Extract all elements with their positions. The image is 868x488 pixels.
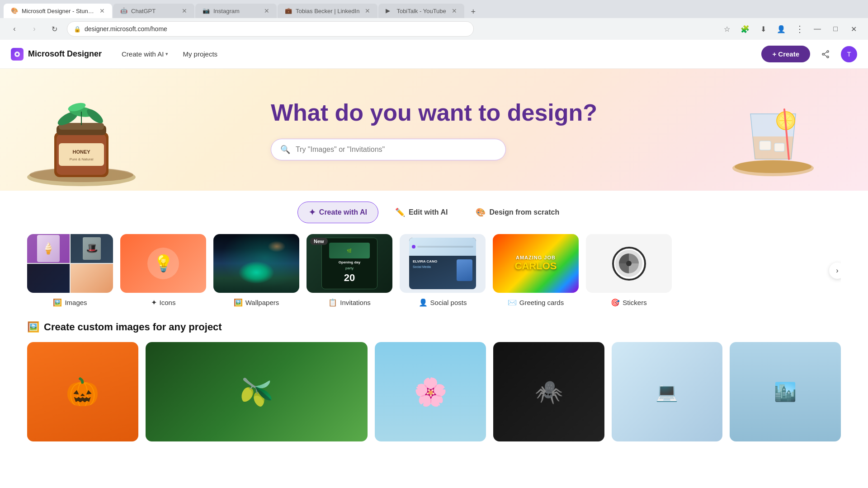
category-stickers-thumbnail [586, 234, 672, 293]
nav-my-projects[interactable]: My projects [177, 47, 223, 61]
tab-favicon-chatgpt: 🤖 [120, 7, 127, 14]
url-bar[interactable]: 🔒 designer.microsoft.com/home [67, 21, 474, 37]
address-bar: ‹ › ↻ 🔒 designer.microsoft.com/home ☆ 🧩 … [0, 18, 868, 40]
category-social-posts-thumbnail: ELVIRA CANO Social Media [400, 234, 486, 293]
navbar-right: + Create T [761, 46, 857, 62]
svg-rect-10 [59, 143, 104, 166]
tab-title-instagram: Instagram [213, 8, 259, 14]
brand-name: Microsoft Designer [28, 49, 102, 59]
address-actions: ☆ 🧩 ⬇ 👤 ⋮ — □ ✕ [720, 22, 861, 36]
nav-create-ai-label: Create with AI [122, 50, 164, 58]
close-window-button[interactable]: ✕ [846, 22, 861, 36]
tab-close-designer[interactable]: ✕ [99, 7, 105, 14]
chevron-down-icon: ▾ [165, 51, 168, 57]
tab-title-chatgpt: ChatGPT [131, 8, 176, 14]
action-tab-create-ai[interactable]: ✦ Create with AI [297, 202, 378, 223]
category-greeting-cards-thumbnail: AMAZING JOB CARLOS [493, 234, 579, 293]
custom-image-halloween[interactable]: 🎃 [27, 342, 138, 441]
sparkle-icon: ✦ [309, 207, 316, 217]
category-greeting-cards[interactable]: AMAZING JOB CARLOS ✉️ Greeting cards [493, 234, 579, 307]
hero-search-input[interactable] [296, 145, 496, 154]
svg-point-32 [626, 261, 632, 266]
category-icons[interactable]: 💡 ✦ Icons [120, 234, 206, 307]
tab-favicon-youtube: ▶ [386, 7, 393, 14]
nav-create-with-ai[interactable]: Create with AI ▾ [116, 47, 174, 61]
tab-favicon-designer: 🎨 [11, 7, 18, 14]
minimize-button[interactable]: — [810, 22, 825, 36]
tab-microsoft-designer[interactable]: 🎨 Microsoft Designer - Stunning... ✕ [4, 4, 112, 18]
navbar: Microsoft Designer Create with AI ▾ My p… [0, 40, 868, 69]
menu-dots-icon[interactable]: ⋮ [792, 22, 807, 36]
category-social-posts-label: 👤 Social posts [419, 298, 467, 307]
action-tabs: ✦ Create with AI ✏️ Edit with AI 🎨 Desig… [0, 191, 868, 234]
new-tab-button[interactable]: + [467, 5, 480, 18]
forward-button[interactable]: › [27, 22, 42, 36]
tab-instagram[interactable]: 📷 Instagram ✕ [195, 4, 277, 18]
invitations-icon: 📋 [328, 298, 337, 307]
browser-chrome: 🎨 Microsoft Designer - Stunning... ✕ 🤖 C… [0, 0, 868, 40]
hero-decoration-right [714, 78, 832, 182]
wallpapers-icon: 🖼️ [234, 298, 243, 307]
tab-youtube[interactable]: ▶ TobiTalk - YouTube ✕ [378, 4, 464, 18]
custom-image-sombrero[interactable]: 🌸 [375, 342, 486, 441]
tab-close-youtube[interactable]: ✕ [452, 7, 457, 14]
extension-icon[interactable]: 🧩 [738, 22, 752, 36]
bookmark-icon[interactable]: ☆ [720, 22, 734, 36]
share-icon[interactable] [817, 46, 834, 62]
maximize-button[interactable]: □ [828, 22, 843, 36]
category-images[interactable]: 🍦 🎩 🖼️ Images [27, 234, 113, 307]
tab-title-linkedin: Tobias Becker | LinkedIn [296, 8, 359, 14]
brand-logo [11, 48, 24, 61]
category-social-posts-text: Social posts [430, 299, 467, 306]
social-posts-icon: 👤 [419, 298, 428, 307]
svg-line-4 [824, 52, 827, 54]
hero-title: What do you want to design? [271, 99, 597, 126]
custom-image-tech[interactable]: 💻 [612, 342, 723, 441]
category-icons-thumbnail: 💡 [120, 234, 206, 293]
create-button[interactable]: + Create [761, 46, 810, 62]
tab-chatgpt[interactable]: 🤖 ChatGPT ✕ [113, 4, 194, 18]
tab-close-instagram[interactable]: ✕ [264, 7, 269, 14]
category-invitations-label: 📋 Invitations [328, 298, 371, 307]
tab-close-linkedin[interactable]: ✕ [365, 7, 370, 14]
category-invitations[interactable]: 🌿 Opening day party 20 New 📋 Invitations [307, 234, 392, 307]
scroll-right-arrow[interactable]: › [829, 263, 841, 279]
category-wallpapers[interactable]: 🖼️ Wallpapers [213, 234, 299, 307]
custom-images-section: 🖼️ Create custom images for any project … [0, 321, 868, 456]
category-greeting-cards-text: Greeting cards [519, 299, 564, 306]
category-icons-text: Icons [160, 299, 176, 306]
stickers-icon: 🎯 [611, 298, 620, 307]
action-tab-design-scratch-label: Design from scratch [489, 208, 559, 216]
category-invitations-text: Invitations [340, 299, 371, 306]
hero-search-bar[interactable]: 🔍 [271, 139, 506, 160]
download-icon[interactable]: ⬇ [756, 22, 770, 36]
tab-favicon-linkedin: 💼 [285, 7, 292, 14]
tab-favicon-instagram: 📷 [203, 7, 210, 14]
new-badge: New [310, 238, 328, 245]
user-avatar[interactable]: T [841, 46, 857, 62]
action-tab-edit-ai[interactable]: ✏️ Edit with AI [384, 202, 459, 223]
svg-point-3 [822, 53, 824, 55]
custom-image-window[interactable]: 🏙️ [730, 342, 841, 441]
svg-text:HONEY: HONEY [72, 149, 90, 155]
tab-title-designer: Microsoft Designer - Stunning... [22, 8, 94, 14]
category-stickers-label: 🎯 Stickers [611, 298, 646, 307]
reload-button[interactable]: ↻ [47, 22, 61, 36]
action-tab-create-ai-label: Create with AI [319, 208, 367, 216]
svg-rect-22 [760, 141, 771, 150]
edit-icon: ✏️ [395, 207, 405, 217]
category-images-label: 🖼️ Images [53, 298, 87, 307]
tab-close-chatgpt[interactable]: ✕ [182, 7, 187, 14]
brand[interactable]: Microsoft Designer [11, 48, 102, 61]
greeting-cards-icon: ✉️ [508, 298, 517, 307]
category-stickers[interactable]: 🎯 Stickers [586, 234, 672, 307]
action-tab-design-scratch[interactable]: 🎨 Design from scratch [464, 202, 571, 223]
tab-linkedin[interactable]: 💼 Tobias Becker | LinkedIn ✕ [278, 4, 377, 18]
category-social-posts[interactable]: ELVIRA CANO Social Media 👤 Social posts [400, 234, 486, 307]
category-wallpapers-thumbnail [213, 234, 299, 293]
category-stickers-text: Stickers [623, 299, 646, 306]
back-button[interactable]: ‹ [7, 22, 22, 36]
profile-icon[interactable]: 👤 [774, 22, 788, 36]
custom-image-olives[interactable]: 🫒 [146, 342, 368, 441]
custom-image-spiderweb[interactable]: 🕷️ [493, 342, 604, 441]
